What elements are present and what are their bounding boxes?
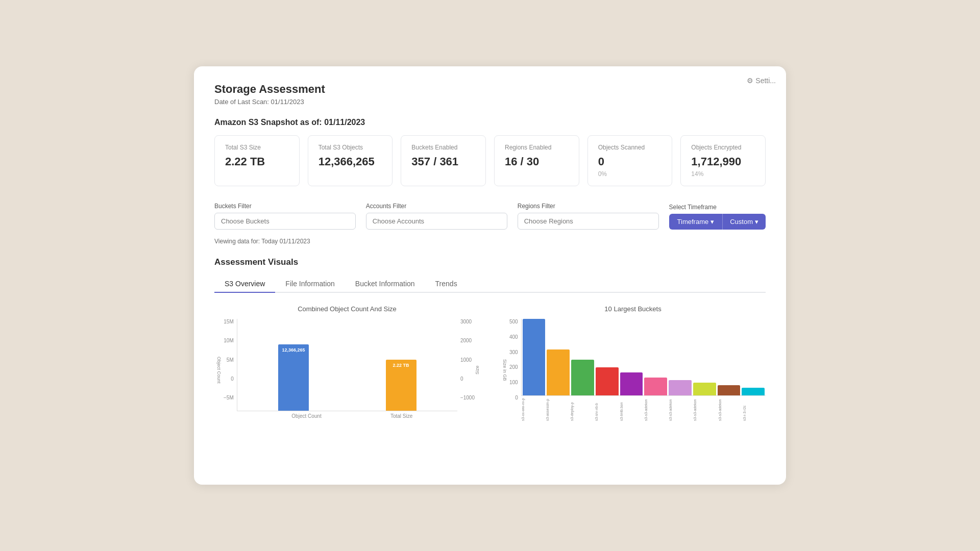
viewing-data: Viewing data for: Today 01/11/2023 bbox=[214, 238, 766, 245]
custom-button[interactable]: Custom ▾ bbox=[722, 214, 766, 230]
largest-buckets-chart-container: 10 Largest Buckets Size in GB 500 400 30… bbox=[500, 305, 766, 421]
combined-y-right-axis: 3000 2000 1000 0 −1000 bbox=[457, 319, 475, 400]
timeframe-filter-label: Select Timeframe bbox=[669, 204, 766, 211]
timeframe-button[interactable]: Timeframe ▾ bbox=[669, 214, 723, 230]
buckets-filter-label: Buckets Filter bbox=[214, 203, 356, 210]
buckets-filter-group: Buckets Filter bbox=[214, 203, 356, 230]
bucket-bar-8 bbox=[693, 383, 716, 395]
settings-label: Setti... bbox=[755, 77, 776, 85]
stat-card-total-s3-size: Total S3 Size 2.22 TB bbox=[214, 135, 300, 186]
combined-x-labels: Object Count Total Size bbox=[237, 411, 457, 421]
main-card: ⚙ Setti... Storage Assessment Date of La… bbox=[194, 66, 786, 485]
stat-card-objects-scanned: Objects Scanned 0 0% bbox=[587, 135, 673, 186]
regions-filter-input[interactable] bbox=[518, 213, 659, 230]
bucket-label-1: s3-xx-ww-vv-p bbox=[521, 398, 544, 421]
stat-label-objects-encrypted: Objects Encrypted bbox=[691, 144, 755, 151]
object-count-bar-group: 12,366,265 bbox=[278, 344, 309, 411]
bucket-label-8: s3-s3-adekon bbox=[693, 398, 716, 421]
combined-chart-container: Combined Object Count And Size Object Co… bbox=[214, 305, 480, 421]
bucket-label-5: s3-tmlb.bon bbox=[620, 398, 643, 421]
stat-card-objects-encrypted: Objects Encrypted 1,712,990 14% bbox=[680, 135, 766, 186]
object-count-bar: 12,366,265 bbox=[278, 344, 309, 411]
settings-icon[interactable]: ⚙ Setti... bbox=[747, 77, 776, 85]
bucket-bar-9 bbox=[718, 385, 741, 395]
timeframe-chevron-icon: ▾ bbox=[710, 218, 714, 226]
snapshot-heading: Amazon S3 Snapshot as of: 01/11/2023 bbox=[214, 118, 766, 127]
total-size-bar: 2.22 TB bbox=[386, 360, 416, 411]
stat-label-total-s3-objects: Total S3 Objects bbox=[318, 144, 382, 151]
stat-value-regions-enabled: 16 / 30 bbox=[505, 155, 569, 168]
bucket-x-labels: s3-xx-ww-vv-p s3-assessin-p s3-deploy-p … bbox=[521, 398, 766, 421]
combined-chart-title: Combined Object Count And Size bbox=[214, 305, 480, 313]
stat-label-total-s3-size: Total S3 Size bbox=[225, 144, 289, 151]
bucket-bar-1 bbox=[523, 319, 546, 395]
total-size-bar-group: 2.22 TB bbox=[386, 360, 416, 411]
stat-card-regions-enabled: Regions Enabled 16 / 30 bbox=[494, 135, 579, 186]
bucket-bar-3 bbox=[571, 360, 594, 395]
combined-y-right-label: Size bbox=[475, 319, 480, 421]
largest-buckets-y-label: Size in GB bbox=[500, 319, 509, 421]
stat-value-objects-scanned: 0 bbox=[598, 155, 662, 168]
combined-y-left-axis: 15M 10M 5M 0 −5M bbox=[224, 319, 237, 400]
stat-label-objects-scanned: Objects Scanned bbox=[598, 144, 662, 151]
tab-trends[interactable]: Trends bbox=[425, 276, 468, 293]
stat-card-total-s3-objects: Total S3 Objects 12,366,265 bbox=[308, 135, 393, 186]
object-count-label: Object Count bbox=[291, 413, 321, 419]
combined-chart-area: 12,366,265 2.22 TB Object Count Total Si… bbox=[237, 319, 457, 421]
custom-button-label: Custom bbox=[730, 218, 753, 226]
assessment-visuals-title: Assessment Visuals bbox=[214, 257, 766, 267]
tabs: S3 OverviewFile InformationBucket Inform… bbox=[214, 276, 766, 293]
bucket-label-7: s3-s3-adekon bbox=[669, 398, 692, 421]
largest-buckets-chart-title: 10 Largest Buckets bbox=[500, 305, 766, 313]
bucket-label-9: s3-s3-adekon bbox=[718, 398, 741, 421]
stat-card-buckets-enabled: Buckets Enabled 357 / 361 bbox=[401, 135, 486, 186]
bucket-bar-7 bbox=[669, 380, 692, 395]
bucket-label-6: s3-s3-adekon bbox=[644, 398, 667, 421]
timeframe-buttons: Timeframe ▾ Custom ▾ bbox=[669, 214, 766, 230]
bucket-label-3: s3-deploy-p bbox=[570, 398, 593, 421]
largest-buckets-y-axis: 500 400 300 200 100 0 bbox=[509, 319, 521, 400]
stat-value-total-s3-objects: 12,366,265 bbox=[318, 155, 382, 168]
bucket-label-2: s3-assessin-p bbox=[546, 398, 569, 421]
bucket-bar-6 bbox=[644, 378, 667, 395]
tab-file-information[interactable]: File Information bbox=[275, 276, 345, 293]
accounts-filter-input[interactable] bbox=[366, 213, 507, 230]
combined-bars: 12,366,265 2.22 TB bbox=[237, 319, 457, 411]
charts-row: Combined Object Count And Size Object Co… bbox=[214, 305, 766, 421]
bucket-label-10: s3-r-3-r2c bbox=[743, 398, 766, 421]
combined-y-left-label: Object Count bbox=[214, 319, 224, 421]
page-title: Storage Assessment bbox=[214, 83, 766, 96]
stats-row: Total S3 Size 2.22 TB Total S3 Objects 1… bbox=[214, 135, 766, 186]
filters-row: Buckets Filter Accounts Filter Regions F… bbox=[214, 203, 766, 230]
stat-value-total-s3-size: 2.22 TB bbox=[225, 155, 289, 168]
bucket-bar-10 bbox=[742, 388, 765, 395]
stat-label-regions-enabled: Regions Enabled bbox=[505, 144, 569, 151]
timeframe-button-label: Timeframe bbox=[677, 218, 709, 226]
custom-chevron-icon: ▾ bbox=[755, 218, 758, 226]
timeframe-filter-group: Select Timeframe Timeframe ▾ Custom ▾ bbox=[669, 204, 766, 230]
stat-sub-objects-scanned: 0% bbox=[598, 170, 662, 178]
accounts-filter-label: Accounts Filter bbox=[366, 203, 507, 210]
stat-value-objects-encrypted: 1,712,990 bbox=[691, 155, 755, 168]
bucket-label-4: s3-srv-vb-b bbox=[595, 398, 618, 421]
stat-label-buckets-enabled: Buckets Enabled bbox=[411, 144, 475, 151]
largest-buckets-area: s3-xx-ww-vv-p s3-assessin-p s3-deploy-p … bbox=[521, 319, 766, 421]
bucket-bar-5 bbox=[620, 372, 643, 395]
largest-buckets-bars bbox=[521, 319, 766, 396]
stat-value-buckets-enabled: 357 / 361 bbox=[411, 155, 475, 168]
tab-bucket-information[interactable]: Bucket Information bbox=[345, 276, 425, 293]
accounts-filter-group: Accounts Filter bbox=[366, 203, 507, 230]
regions-filter-label: Regions Filter bbox=[518, 203, 659, 210]
bucket-bar-4 bbox=[596, 367, 619, 395]
buckets-filter-input[interactable] bbox=[214, 213, 356, 230]
stat-sub-objects-encrypted: 14% bbox=[691, 170, 755, 178]
scan-date: Date of Last Scan: 01/11/2023 bbox=[214, 98, 766, 106]
total-size-label: Total Size bbox=[390, 413, 412, 419]
regions-filter-group: Regions Filter bbox=[518, 203, 659, 230]
bucket-bar-2 bbox=[547, 349, 570, 395]
tab-s3-overview[interactable]: S3 Overview bbox=[214, 276, 275, 293]
